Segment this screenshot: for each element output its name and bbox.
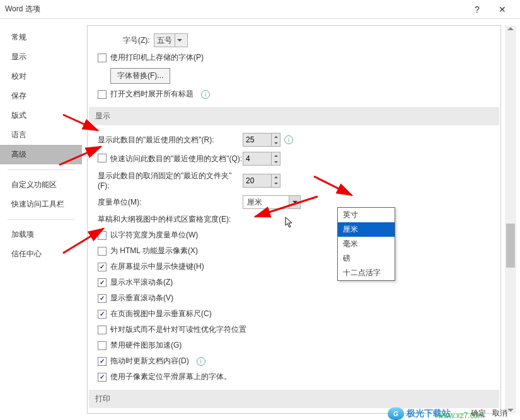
option-label: 显示垂直滚动条(V): [110, 293, 173, 304]
dialog-title: Word 选项: [5, 4, 465, 14]
close-button[interactable]: ✕: [490, 0, 515, 19]
nav-separator: [8, 169, 74, 170]
quick-access-label: 快速访问此数目的"最近使用的文档"(Q):: [107, 154, 243, 164]
option-checkbox[interactable]: [98, 373, 107, 382]
expand-headings-label: 打开文档时展开所有标题: [110, 89, 194, 99]
nav-layout[interactable]: 版式: [0, 106, 82, 125]
unpinned-folders-input[interactable]: [243, 174, 271, 187]
option-label: 拖动时更新文档内容(D): [110, 356, 189, 366]
option-label: 针对版式而不是针对可读性优化字符位置: [110, 324, 246, 335]
option-label: 禁用硬件图形加速(G): [110, 340, 182, 351]
option-label: 显示水平滚动条(Z): [110, 277, 173, 288]
option-label: 在页面视图中显示垂直标尺(C): [110, 309, 212, 319]
nav-customize-ribbon[interactable]: 自定义功能区: [0, 175, 82, 195]
unit-option[interactable]: 十二点活字: [338, 266, 395, 280]
quick-access-spinner[interactable]: [243, 152, 280, 166]
nav-separator: [8, 219, 74, 220]
nav-display[interactable]: 显示: [0, 47, 82, 67]
scroll-thumb[interactable]: [506, 224, 515, 268]
nav-general[interactable]: 常规: [0, 28, 82, 47]
font-size-value: 五号: [157, 35, 172, 46]
option-label: 在屏幕提示中显示快捷键(H): [110, 261, 204, 272]
info-icon[interactable]: i: [201, 90, 210, 99]
measure-unit-label: 度量单位(M):: [98, 197, 243, 208]
font-size-select[interactable]: 五号: [154, 33, 188, 47]
unit-option[interactable]: 英寸: [338, 208, 395, 222]
chevron-down-icon: [289, 196, 300, 208]
info-icon[interactable]: i: [197, 357, 205, 366]
print-section-header: 打印: [89, 390, 499, 408]
unpinned-folders-spinner[interactable]: [243, 174, 280, 188]
recent-docs-label: 显示此数目的"最近使用的文档"(R):: [98, 135, 243, 145]
unpinned-folders-label: 显示此数目的取消固定的"最近的文件夹"(F):: [98, 171, 243, 190]
scroll-down-icon[interactable]: [507, 409, 514, 412]
option-checkbox[interactable]: [98, 247, 107, 256]
info-icon[interactable]: i: [284, 135, 293, 144]
unit-option[interactable]: 厘米: [338, 222, 395, 237]
recent-docs-input[interactable]: [243, 133, 271, 146]
help-button[interactable]: ?: [465, 0, 490, 19]
font-substitute-button[interactable]: 字体替换(F)...: [110, 68, 170, 84]
nav-trust-center[interactable]: 信任中心: [0, 244, 82, 264]
option-label: 为 HTML 功能显示像素(X): [110, 246, 198, 256]
category-sidebar: 常规 显示 校对 保存 版式 语言 高级 自定义功能区 快速访问工具栏 加载项 …: [0, 19, 82, 420]
option-checkbox[interactable]: [98, 278, 107, 287]
measure-unit-dropdown[interactable]: 英寸厘米毫米磅十二点活字: [337, 207, 395, 281]
option-label: 使用子像素定位平滑屏幕上的字体。: [110, 372, 231, 382]
nav-language[interactable]: 语言: [0, 125, 82, 145]
expand-headings-checkbox[interactable]: [98, 90, 107, 99]
quick-access-input[interactable]: [243, 152, 271, 165]
unit-option[interactable]: 磅: [338, 251, 395, 266]
cancel-button[interactable]: 取消: [492, 408, 507, 419]
option-checkbox[interactable]: [98, 231, 107, 240]
option-checkbox[interactable]: [98, 341, 107, 350]
nav-save[interactable]: 保存: [0, 86, 82, 106]
option-label: 以字符宽度为度量单位(W): [110, 230, 198, 241]
nav-quick-access[interactable]: 快速访问工具栏: [0, 195, 82, 214]
option-checkbox[interactable]: [98, 294, 107, 303]
nav-proofing[interactable]: 校对: [0, 67, 82, 86]
scroll-up-icon[interactable]: [507, 27, 514, 30]
option-checkbox[interactable]: [98, 357, 107, 366]
draft-width-label: 草稿和大纲视图中的样式区窗格宽度(E):: [98, 214, 262, 225]
measure-unit-value: 厘米: [243, 197, 289, 208]
vertical-scrollbar[interactable]: [505, 25, 516, 414]
nav-addins[interactable]: 加载项: [0, 225, 82, 244]
option-checkbox[interactable]: [98, 310, 107, 319]
chevron-down-icon: [175, 34, 185, 47]
display-section-header: 显示: [89, 107, 499, 125]
recent-docs-spinner[interactable]: [243, 133, 280, 147]
watermark: G 极光下载站 www.xz7.com: [388, 407, 451, 420]
unit-option[interactable]: 毫米: [338, 237, 395, 251]
measure-unit-select[interactable]: 厘米: [243, 195, 301, 209]
use-printer-fonts-checkbox[interactable]: [98, 54, 107, 62]
nav-advanced[interactable]: 高级: [0, 145, 82, 164]
option-checkbox[interactable]: [98, 326, 107, 334]
use-printer-fonts-label: 使用打印机上存储的字体(P): [110, 52, 204, 63]
font-size-label: 字号(Z):: [123, 35, 150, 46]
quick-access-checkbox[interactable]: [98, 154, 107, 162]
option-checkbox[interactable]: [98, 263, 107, 271]
